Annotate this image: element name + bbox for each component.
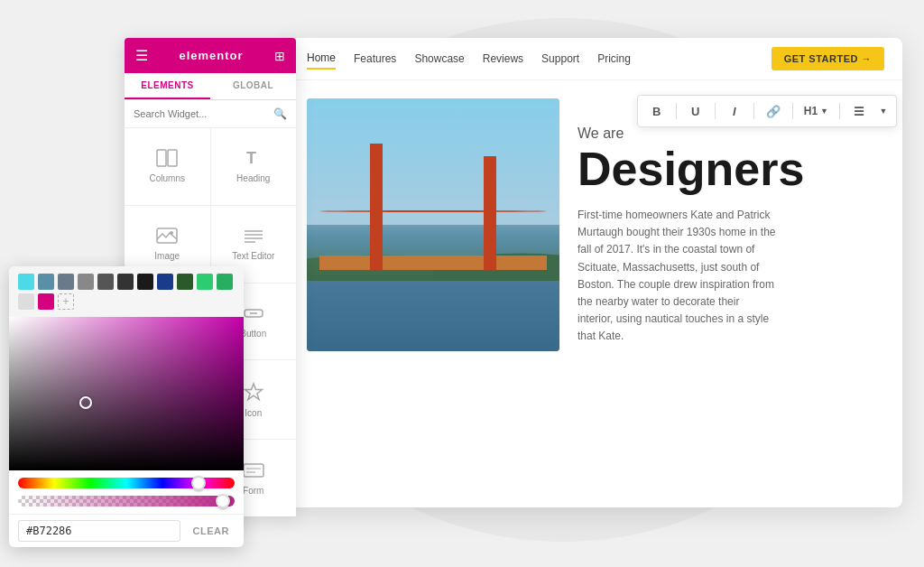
bridge-tower-left bbox=[370, 144, 383, 270]
bridge-water bbox=[307, 275, 559, 351]
clear-button[interactable]: CLEAR bbox=[188, 522, 235, 540]
content-subtitle: We are bbox=[578, 125, 884, 142]
link-button[interactable]: 🔗 bbox=[762, 99, 785, 123]
toolbar-divider bbox=[676, 103, 677, 119]
hamburger-icon[interactable]: ☰ bbox=[135, 47, 148, 64]
nav-showcase[interactable]: Showcase bbox=[414, 49, 464, 69]
content-title: Designers bbox=[578, 145, 884, 192]
svg-rect-20 bbox=[244, 464, 263, 477]
content-body: First-time homeowners Kate and Patrick M… bbox=[578, 207, 776, 346]
svg-text:T: T bbox=[246, 149, 256, 167]
swatch-green1[interactable] bbox=[177, 274, 193, 290]
icon-widget-icon bbox=[243, 382, 264, 404]
opacity-thumb[interactable] bbox=[216, 494, 230, 508]
widget-columns[interactable]: Columns bbox=[125, 128, 210, 205]
color-gradient-picker[interactable] bbox=[9, 317, 244, 470]
swatch-light[interactable] bbox=[18, 293, 34, 310]
columns-label: Columns bbox=[150, 173, 185, 183]
swatch-green3[interactable] bbox=[217, 274, 233, 290]
nav-pricing[interactable]: Pricing bbox=[597, 49, 631, 69]
list-chevron[interactable]: ▼ bbox=[878, 99, 889, 123]
grid-icon[interactable]: ⊞ bbox=[274, 49, 285, 63]
heading-label-widget: Heading bbox=[236, 173, 270, 183]
icon-label: Icon bbox=[245, 408, 262, 418]
nav-support[interactable]: Support bbox=[541, 49, 579, 69]
svg-rect-1 bbox=[168, 150, 177, 166]
heading-chevron: ▼ bbox=[820, 107, 828, 116]
bold-button[interactable]: B bbox=[645, 99, 669, 123]
browser-content: We are Designers First-time homeowners K… bbox=[289, 80, 902, 505]
text-editor-label: Text Editor bbox=[232, 251, 274, 261]
text-editor-icon bbox=[243, 227, 264, 247]
hue-slider[interactable] bbox=[18, 478, 235, 488]
browser-nav: Home Features Showcase Reviews Support P… bbox=[289, 38, 902, 80]
swatch-gray3[interactable] bbox=[97, 274, 114, 290]
hero-image bbox=[307, 98, 559, 351]
elementor-logo: elementor bbox=[179, 49, 243, 62]
toolbar-divider-5 bbox=[839, 103, 840, 119]
search-bar: 🔍 bbox=[125, 100, 296, 128]
toolbar-divider-3 bbox=[753, 103, 754, 119]
nav-home[interactable]: Home bbox=[307, 48, 336, 70]
image-label: Image bbox=[154, 251, 180, 261]
swatch-magenta[interactable] bbox=[38, 293, 54, 310]
underline-button[interactable]: U bbox=[684, 99, 707, 123]
bridge-road bbox=[319, 256, 547, 271]
swatch-add-button[interactable]: + bbox=[58, 293, 74, 310]
panel-tabs: ELEMENTS GLOBAL bbox=[125, 73, 296, 100]
widget-heading[interactable]: T Heading bbox=[211, 128, 297, 205]
swatch-gray1[interactable] bbox=[58, 274, 74, 290]
bridge-tower-right bbox=[484, 156, 496, 270]
color-swatches: + bbox=[9, 266, 244, 317]
svg-point-4 bbox=[170, 231, 173, 235]
list-button[interactable]: ☰ bbox=[847, 99, 871, 123]
nav-features[interactable]: Features bbox=[354, 49, 396, 69]
toolbar-divider-4 bbox=[792, 103, 793, 119]
hex-input[interactable] bbox=[18, 520, 180, 542]
image-icon bbox=[156, 227, 178, 247]
heading-icon: T bbox=[244, 149, 263, 170]
search-icon: 🔍 bbox=[273, 107, 287, 120]
tab-global[interactable]: GLOBAL bbox=[210, 73, 296, 99]
swatch-green2[interactable] bbox=[197, 274, 213, 290]
swatch-navy[interactable] bbox=[157, 274, 173, 290]
heading-label: H1 bbox=[804, 105, 818, 117]
swatch-cyan[interactable] bbox=[18, 274, 34, 290]
bridge-sky bbox=[307, 98, 559, 225]
columns-icon bbox=[156, 149, 178, 170]
get-started-button[interactable]: GET STARTED → bbox=[772, 47, 884, 70]
swatch-dark2[interactable] bbox=[137, 274, 153, 290]
italic-button[interactable]: I bbox=[723, 99, 746, 123]
opacity-slider[interactable] bbox=[18, 496, 235, 507]
nav-reviews[interactable]: Reviews bbox=[483, 49, 523, 69]
button-icon bbox=[243, 304, 264, 325]
tab-elements[interactable]: ELEMENTS bbox=[125, 73, 210, 99]
search-input[interactable] bbox=[134, 108, 268, 119]
bridge-illustration bbox=[307, 98, 559, 351]
color-picker: + CLEAR bbox=[9, 266, 244, 547]
hero-text: We are Designers First-time homeowners K… bbox=[578, 98, 884, 487]
svg-marker-15 bbox=[245, 384, 262, 400]
swatch-teal[interactable] bbox=[38, 274, 54, 290]
swatch-gray2[interactable] bbox=[78, 274, 94, 290]
button-label: Button bbox=[240, 329, 266, 339]
form-icon bbox=[243, 461, 264, 482]
text-toolbar: B U I 🔗 H1 ▼ ☰ ▼ bbox=[637, 95, 897, 127]
heading-select[interactable]: H1 ▼ bbox=[800, 103, 832, 119]
bridge-cable bbox=[319, 210, 547, 212]
form-label: Form bbox=[243, 486, 263, 496]
hue-thumb[interactable] bbox=[191, 476, 206, 490]
color-picker-dot[interactable] bbox=[79, 396, 92, 409]
panel-header: ☰ elementor ⊞ bbox=[125, 38, 296, 73]
toolbar-divider-2 bbox=[715, 103, 716, 119]
color-input-row: CLEAR bbox=[9, 514, 244, 547]
swatch-dark1[interactable] bbox=[117, 274, 134, 290]
svg-rect-0 bbox=[157, 150, 166, 166]
